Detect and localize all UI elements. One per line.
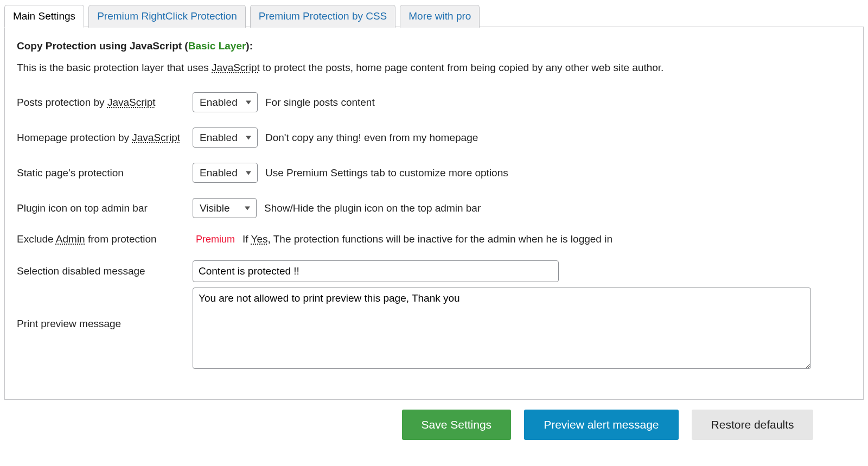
section-desc-js: JavaScript	[212, 62, 260, 73]
row-homepage-protection: Homepage protection by JavaScript Enable…	[17, 127, 851, 148]
label-posts-protection: Posts protection by JavaScript	[17, 97, 185, 108]
action-buttons: Save Settings Preview alert message Rest…	[4, 410, 864, 440]
hint-static-protection: Use Premium Settings tab to customize mo…	[265, 167, 508, 179]
section-title-suffix: ):	[246, 40, 253, 52]
select-homepage-protection[interactable]: Enabled	[193, 127, 258, 148]
section-title-prefix: Copy Protection using JavaScript (	[17, 40, 188, 52]
select-wrap-posts: Enabled	[193, 92, 258, 112]
row-selection-message: Selection disabled message	[17, 260, 851, 282]
row-print-message: Print preview message	[17, 288, 851, 369]
select-posts-protection[interactable]: Enabled	[193, 92, 258, 112]
premium-tag: Premium	[196, 234, 235, 245]
hint-posts-protection: For single posts content	[265, 97, 375, 108]
label-static-protection: Static page's protection	[17, 167, 185, 179]
row-static-protection: Static page's protection Enabled Use Pre…	[17, 163, 851, 183]
tab-premium-css[interactable]: Premium Protection by CSS	[250, 5, 396, 28]
section-description: This is the basic protection layer that …	[17, 62, 851, 74]
tab-bar: Main Settings Premium RightClick Protect…	[4, 4, 864, 27]
section-desc-pre: This is the basic protection layer that …	[17, 62, 212, 73]
section-title: Copy Protection using JavaScript (Basic …	[17, 40, 851, 52]
settings-panel: Copy Protection using JavaScript (Basic …	[4, 27, 864, 400]
restore-defaults-button[interactable]: Restore defaults	[692, 410, 814, 440]
textarea-print-message[interactable]	[193, 288, 811, 369]
hint-homepage-protection: Don't copy any thing! even from my homep…	[265, 132, 478, 144]
preview-alert-button[interactable]: Preview alert message	[524, 410, 678, 440]
label-print-message: Print preview message	[17, 288, 185, 330]
select-static-protection[interactable]: Enabled	[193, 163, 258, 183]
label-plugin-icon: Plugin icon on top admin bar	[17, 202, 185, 214]
tab-main-settings[interactable]: Main Settings	[4, 5, 84, 28]
row-plugin-icon: Plugin icon on top admin bar Visible Sho…	[17, 198, 851, 218]
section-title-highlight: Basic Layer	[188, 40, 246, 52]
tab-more-with-pro[interactable]: More with pro	[400, 5, 480, 28]
input-selection-message[interactable]	[193, 260, 559, 282]
select-plugin-icon[interactable]: Visible	[193, 198, 257, 218]
label-selection-message: Selection disabled message	[17, 265, 185, 277]
hint-plugin-icon: Show/Hide the plugin icon on the top adm…	[264, 202, 481, 214]
label-homepage-protection: Homepage protection by JavaScript	[17, 132, 185, 144]
label-exclude-admin: Exclude Admin from protection	[17, 233, 185, 245]
section-desc-post: to protect the posts, home page content …	[260, 62, 664, 73]
row-posts-protection: Posts protection by JavaScript Enabled F…	[17, 92, 851, 112]
hint-exclude-admin: If Yes, The protection functions will be…	[242, 233, 612, 245]
save-settings-button[interactable]: Save Settings	[402, 410, 512, 440]
tab-premium-rightclick[interactable]: Premium RightClick Protection	[88, 5, 246, 28]
row-exclude-admin: Exclude Admin from protection Premium If…	[17, 233, 851, 245]
